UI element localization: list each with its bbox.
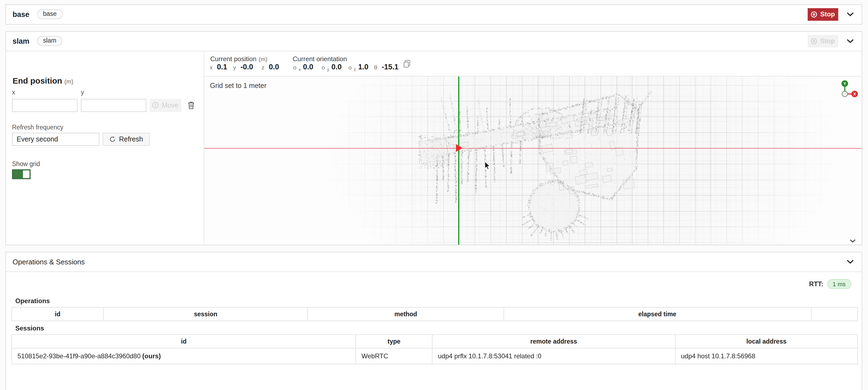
- pair-value: 0.0: [303, 63, 313, 71]
- orientation-oz-pair: oz1.0: [348, 63, 368, 72]
- session-remote-address-cell: udp4 prflx 10.1.7.8:53041 related :0: [433, 349, 676, 364]
- session-type-cell: WebRTC: [356, 349, 433, 364]
- current-pose-strip: Current position(m) Current orientation …: [204, 52, 862, 77]
- base-stop-label: Stop: [820, 10, 835, 18]
- chevron-down-icon: [846, 12, 854, 17]
- operations-col-session: session: [104, 307, 308, 321]
- chevron-down-icon: [849, 239, 856, 243]
- app-root: base base Stop slam slam: [0, 0, 868, 390]
- operations-col-actions: [811, 307, 857, 321]
- play-circle-icon: [152, 101, 159, 109]
- orientation-theta-pair: θ-15.1: [374, 63, 398, 72]
- mouse-cursor: [484, 161, 490, 172]
- slam-control-panel: End position(m) x y Move Refresh: [6, 52, 204, 245]
- show-grid-toggle[interactable]: [12, 169, 30, 179]
- slam-card-header: slam slam Stop: [6, 31, 862, 51]
- pair-sub: z: [354, 67, 356, 72]
- y-field-label: y: [81, 89, 84, 95]
- operations-col-id: id: [12, 307, 104, 321]
- slam-stop-button[interactable]: Stop: [807, 35, 838, 47]
- operations-table: id session method elapsed time: [11, 307, 858, 321]
- slam-type-chip: slam: [37, 36, 63, 46]
- pair-value: -15.1: [382, 63, 399, 71]
- map-y-axis-line: [458, 77, 460, 245]
- pair-label: y: [233, 64, 236, 70]
- position-y-pair: y-0.0: [233, 63, 253, 72]
- grid-scale-note: Grid set to 1 meter: [210, 82, 267, 90]
- base-component-card: base base Stop: [5, 4, 862, 24]
- sessions-table: id type remote address local address 510…: [11, 334, 858, 364]
- operations-sessions-card: Operations & Sessions RTT: 1 ms Operatio…: [5, 252, 862, 390]
- session-row: 510815e2-93be-41f9-a90e-a884c3960d80(our…: [12, 348, 857, 364]
- refresh-frequency-label: Refresh frequency: [12, 124, 63, 130]
- refresh-label: Refresh: [119, 135, 143, 143]
- slam-map-viewport[interactable]: Grid set to 1 meter Y X: [204, 77, 862, 245]
- pair-label: o: [348, 64, 352, 70]
- end-position-heading: End position(m): [12, 76, 73, 85]
- x-input[interactable]: [12, 98, 77, 112]
- slam-service-card: slam slam Stop End position(m): [5, 31, 862, 245]
- pair-sub: y: [327, 67, 329, 72]
- copy-icon: [403, 59, 411, 67]
- map-x-axis-line: [204, 148, 862, 149]
- operations-col-elapsed-time: elapsed time: [504, 307, 811, 321]
- refresh-button[interactable]: Refresh: [103, 132, 150, 146]
- pair-label: x: [210, 64, 213, 70]
- sessions-col-remote-address: remote address: [433, 335, 676, 348]
- position-x-pair: x0.1: [210, 63, 227, 72]
- delete-end-position-button[interactable]: [187, 101, 195, 110]
- pair-value: 1.0: [358, 63, 369, 71]
- stop-icon: [810, 11, 817, 18]
- rtt-label: RTT:: [809, 280, 823, 288]
- ops-title: Operations & Sessions: [12, 258, 85, 266]
- ops-card-header: Operations & Sessions: [6, 252, 862, 272]
- move-label: Move: [162, 101, 178, 109]
- orientation-oy-pair: oy0.0: [322, 63, 342, 72]
- x-field-label: x: [12, 89, 15, 95]
- base-type-chip: base: [37, 9, 63, 20]
- pair-sub: x: [299, 67, 301, 72]
- copy-pose-button[interactable]: [403, 59, 411, 67]
- base-stop-button[interactable]: Stop: [807, 8, 838, 21]
- chevron-down-icon: [846, 260, 854, 264]
- operations-col-method: method: [308, 307, 504, 321]
- rtt-row: RTT: 1 ms: [809, 279, 851, 289]
- position-z-pair: z0.0: [261, 63, 279, 72]
- slam-title: slam: [12, 37, 30, 45]
- y-input[interactable]: [81, 98, 146, 112]
- current-orientation-heading: Current orientation: [293, 55, 347, 63]
- end-position-label: End position: [12, 76, 62, 85]
- rtt-badge: 1 ms: [827, 279, 851, 289]
- toggle-knob: [23, 170, 29, 178]
- session-id-suffix: (ours): [142, 352, 161, 360]
- operations-section-label: Operations: [15, 297, 50, 305]
- gizmo-y-label: Y: [843, 81, 846, 86]
- end-position-unit: (m): [64, 78, 73, 84]
- axes-gizmo[interactable]: Y X: [838, 79, 858, 99]
- session-id-cell: 510815e2-93be-41f9-a90e-a884c3960d80(our…: [12, 349, 356, 364]
- pair-value: 0.0: [269, 63, 279, 71]
- ops-collapse-button[interactable]: [845, 258, 855, 266]
- sessions-header-row: id type remote address local address: [12, 335, 857, 348]
- sessions-col-local-address: local address: [676, 335, 857, 348]
- slam-card-body: End position(m) x y Move Refresh: [6, 52, 862, 245]
- pair-value: 0.0: [332, 63, 342, 71]
- slam-collapse-button[interactable]: [845, 37, 855, 44]
- orientation-ox-pair: ox0.0: [293, 63, 313, 72]
- gizmo-x-label: X: [853, 92, 856, 96]
- pair-label: θ: [374, 64, 377, 70]
- slam-stop-label: Stop: [820, 37, 835, 45]
- pair-label: z: [261, 64, 265, 70]
- gizmo-origin-node[interactable]: [842, 91, 847, 97]
- session-local-address-cell: udp4 host 10.1.7.8:56968: [676, 349, 857, 364]
- show-grid-label: Show grid: [12, 160, 40, 167]
- sessions-col-id: id: [12, 335, 356, 348]
- refresh-frequency-select[interactable]: Every second: [12, 132, 99, 146]
- current-position-heading: Current position(m): [210, 55, 267, 63]
- base-collapse-button[interactable]: [845, 11, 855, 18]
- pair-label: o: [293, 64, 297, 70]
- robot-pose-marker: [456, 144, 462, 152]
- move-button[interactable]: Move: [149, 98, 181, 112]
- operations-header-row: id session method elapsed time: [12, 307, 857, 321]
- map-scroll-down-button[interactable]: [849, 239, 856, 243]
